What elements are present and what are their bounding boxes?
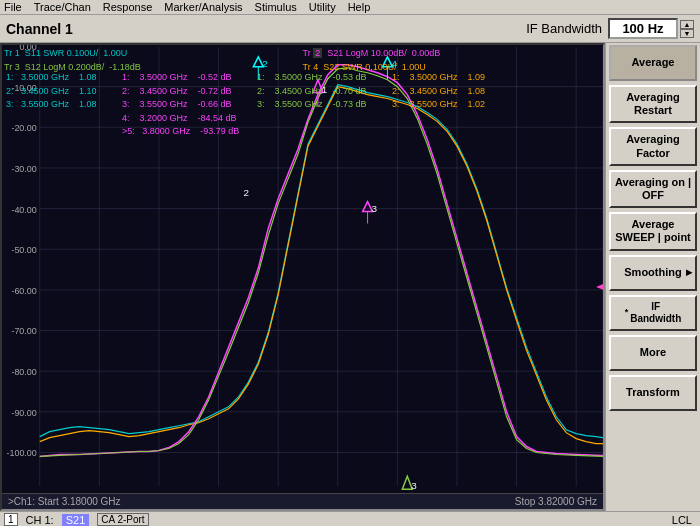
plot-bottom-bar: >Ch1: Start 3.18000 GHz Stop 3.82000 GHz <box>2 493 603 509</box>
if-bandwidth-value[interactable]: 100 Hz <box>608 18 678 39</box>
sidebar: Average Averaging Restart Averaging Fact… <box>605 43 700 511</box>
svg-text:3: 3 <box>411 480 417 491</box>
svg-text:-50.00: -50.00 <box>11 245 36 255</box>
plot-start-freq: >Ch1: Start 3.18000 GHz <box>8 496 121 507</box>
sidebar-btn-averaging-on-off[interactable]: Averaging on | OFF <box>609 170 697 208</box>
sidebar-btn-average-sweep-point[interactable]: Average SWEEP | point <box>609 212 697 250</box>
sidebar-btn-average[interactable]: Average <box>609 45 697 81</box>
if-bandwidth-label: IF Bandwidth <box>526 21 602 36</box>
svg-text:-10.00: -10.00 <box>11 83 36 93</box>
port-badge: CA 2-Port <box>97 513 148 526</box>
if-bandwidth-spinner[interactable]: ▲ ▼ <box>680 20 694 38</box>
menu-tracechan[interactable]: Trace/Chan <box>34 1 91 13</box>
menubar: File Trace/Chan Response Marker/Analysis… <box>0 0 700 15</box>
svg-text:-90.00: -90.00 <box>11 408 36 418</box>
menu-file[interactable]: File <box>4 1 22 13</box>
menu-response[interactable]: Response <box>103 1 153 13</box>
plot-svg: 0.00 -10.00 -20.00 -30.00 -40.00 -50.00 … <box>2 45 603 509</box>
channel-status: CH 1: <box>26 514 54 526</box>
svg-text:-60.00: -60.00 <box>11 286 36 296</box>
svg-text:-20.00: -20.00 <box>11 123 36 133</box>
marker-badge: 1 <box>4 513 18 526</box>
param-badge[interactable]: S21 <box>62 514 90 526</box>
svg-text:0.00: 0.00 <box>19 45 36 52</box>
svg-text:1: 1 <box>322 84 328 95</box>
svg-text:-30.00: -30.00 <box>11 164 36 174</box>
svg-text:3: 3 <box>372 203 378 214</box>
sidebar-btn-averaging-restart[interactable]: Averaging Restart <box>609 85 697 123</box>
menu-help[interactable]: Help <box>348 1 371 13</box>
channel-label: Channel 1 <box>6 21 526 37</box>
plot-area: 0.00 -10.00 -20.00 -30.00 -40.00 -50.00 … <box>0 43 605 511</box>
svg-text:-70.00: -70.00 <box>11 327 36 337</box>
if-bw-down[interactable]: ▼ <box>680 29 694 38</box>
sidebar-btn-transform[interactable]: Transform <box>609 375 697 411</box>
lcl-badge: LCL <box>668 514 696 526</box>
svg-marker-47 <box>596 282 603 292</box>
svg-text:2: 2 <box>243 187 249 198</box>
svg-text:-40.00: -40.00 <box>11 205 36 215</box>
svg-text:4: 4 <box>391 58 397 69</box>
menu-marker[interactable]: Marker/Analysis <box>164 1 242 13</box>
menu-stimulus[interactable]: Stimulus <box>255 1 297 13</box>
sidebar-btn-more[interactable]: More <box>609 335 697 371</box>
svg-text:2: 2 <box>262 58 268 69</box>
svg-text:-80.00: -80.00 <box>11 367 36 377</box>
plot-end-freq: Stop 3.82000 GHz <box>515 496 597 507</box>
sidebar-btn-averaging-factor[interactable]: Averaging Factor <box>609 127 697 165</box>
if-bw-up[interactable]: ▲ <box>680 20 694 29</box>
sidebar-btn-smoothing[interactable]: Smoothing <box>609 255 697 291</box>
statusbar: 1 CH 1: S21 CA 2-Port LCL <box>0 511 700 526</box>
svg-text:-100.00: -100.00 <box>6 448 36 458</box>
sidebar-btn-if-bandwidth[interactable]: *IFBandwidth <box>609 295 697 331</box>
topbar: Channel 1 IF Bandwidth 100 Hz ▲ ▼ <box>0 15 700 43</box>
menu-utility[interactable]: Utility <box>309 1 336 13</box>
main-area: 0.00 -10.00 -20.00 -30.00 -40.00 -50.00 … <box>0 43 700 511</box>
